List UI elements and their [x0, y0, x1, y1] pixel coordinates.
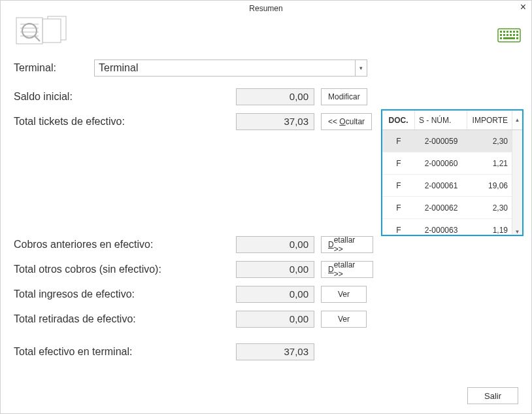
salir-button[interactable]: Salir	[467, 387, 518, 404]
svg-rect-11	[503, 31, 505, 33]
ticket-cell-doc: F	[382, 159, 415, 168]
svg-rect-1	[42, 19, 61, 43]
ticket-rows-container: F2-0000592,30F2-0000601,21F2-00006119,06…	[382, 130, 512, 235]
terminal-select[interactable]: Terminal ▾	[94, 60, 367, 77]
ticket-cell-doc: F	[382, 203, 415, 213]
terminal-select-value: Terminal	[99, 62, 138, 74]
svg-rect-23	[503, 37, 515, 39]
detallar-cobros-button[interactable]: Detallar >>	[321, 236, 373, 253]
ticket-cell-doc: F	[382, 137, 415, 146]
ticket-row[interactable]: F2-00006119,06	[382, 175, 512, 197]
ticket-cell-importe: 1,19	[467, 226, 512, 235]
document-search-icon	[12, 15, 73, 48]
svg-rect-20	[513, 34, 515, 36]
total-efectivo-label: Total efectivo en terminal:	[14, 346, 236, 358]
scroll-up-icon[interactable]: ▲	[512, 111, 522, 129]
saldo-inicial-label: Saldo inicial:	[14, 91, 236, 103]
total-tickets-value: 37,03	[236, 113, 314, 130]
svg-rect-10	[500, 31, 502, 33]
total-tickets-label: Total tickets de efectivo:	[14, 116, 236, 128]
keyboard-icon[interactable]	[497, 28, 521, 44]
ticket-header-doc[interactable]: DOC.	[382, 111, 415, 129]
total-otros-label: Total otros cobros (sin efectivo):	[14, 264, 236, 275]
scroll-down-icon[interactable]: ▼	[512, 130, 522, 235]
ticket-cell-snum: 2-000063	[415, 226, 467, 235]
ticket-table-panel: DOC. S - NÚM. IMPORTE ▲ F2-0000592,30F2-…	[381, 109, 524, 236]
ticket-cell-importe: 2,30	[467, 137, 512, 146]
ticket-row[interactable]: F2-0000631,19	[382, 219, 512, 235]
cobros-anteriores-value: 0,00	[236, 236, 314, 253]
total-retiradas-value: 0,00	[236, 311, 314, 328]
ticket-cell-doc: F	[382, 181, 415, 190]
header-icon-row	[1, 16, 531, 45]
close-icon[interactable]: ×	[520, 2, 526, 12]
svg-rect-16	[500, 34, 502, 36]
titlebar: Resumen ×	[1, 1, 531, 16]
ver-retiradas-button[interactable]: Ver	[321, 311, 367, 328]
svg-rect-13	[510, 31, 512, 33]
svg-rect-22	[500, 37, 502, 39]
ticket-cell-snum: 2-000059	[415, 137, 467, 146]
svg-rect-19	[510, 34, 512, 36]
footer: Salir	[467, 387, 518, 404]
total-ingresos-value: 0,00	[236, 286, 314, 303]
detallar-otros-button[interactable]: Detallar >>	[321, 261, 373, 278]
svg-rect-17	[503, 34, 505, 36]
total-otros-value: 0,00	[236, 261, 314, 278]
total-retiradas-label: Total retiradas de efectivo:	[14, 313, 236, 325]
ticket-cell-importe: 2,30	[467, 203, 512, 213]
ticket-row[interactable]: F2-0000622,30	[382, 197, 512, 219]
svg-rect-15	[516, 31, 518, 33]
ticket-row[interactable]: F2-0000592,30	[382, 130, 512, 152]
ver-ingresos-button[interactable]: Ver	[321, 286, 367, 303]
ticket-table-header: DOC. S - NÚM. IMPORTE ▲	[382, 111, 522, 130]
terminal-label: Terminal:	[14, 62, 94, 74]
total-ingresos-label: Total ingresos de efectivo:	[14, 288, 236, 300]
ocultar-button[interactable]: << Ocultar	[321, 113, 372, 130]
ticket-cell-snum: 2-000060	[415, 159, 467, 168]
ticket-cell-snum: 2-000061	[415, 181, 467, 190]
ticket-header-importe[interactable]: IMPORTE	[467, 111, 512, 129]
ticket-cell-snum: 2-000062	[415, 203, 467, 213]
ticket-cell-importe: 1,21	[467, 159, 512, 168]
modificar-button[interactable]: Modificar	[321, 88, 367, 105]
svg-rect-12	[507, 31, 508, 33]
saldo-inicial-value: 0,00	[236, 88, 314, 105]
total-efectivo-value: 37,03	[236, 343, 314, 360]
svg-rect-24	[516, 37, 518, 39]
svg-rect-18	[507, 34, 508, 36]
ticket-cell-doc: F	[382, 226, 415, 235]
window-title: Resumen	[249, 4, 282, 13]
ticket-cell-importe: 19,06	[467, 181, 512, 190]
svg-rect-14	[513, 31, 515, 33]
chevron-down-icon: ▾	[355, 60, 367, 76]
ticket-header-snum[interactable]: S - NÚM.	[415, 111, 467, 129]
svg-rect-21	[516, 34, 518, 36]
ticket-row[interactable]: F2-0000601,21	[382, 152, 512, 175]
cobros-anteriores-label: Cobros anteriores en efectivo:	[14, 239, 236, 250]
